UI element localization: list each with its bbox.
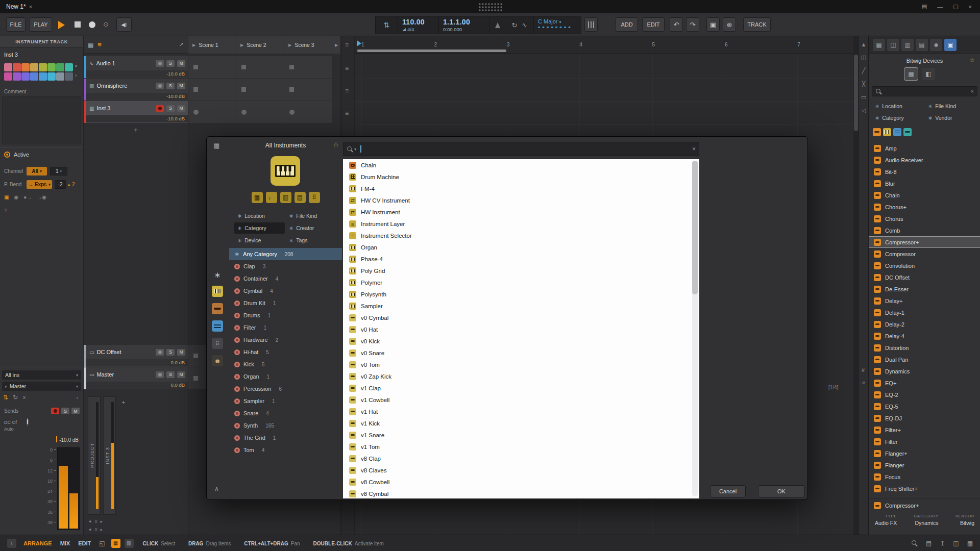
automation-dot-icon[interactable]: ● [89, 519, 91, 524]
device-name[interactable]: Distortion [885, 345, 909, 351]
upload-icon[interactable]: ↥ [940, 540, 945, 547]
result-row[interactable]: v0 Snare [343, 347, 699, 359]
color-swatch[interactable] [21, 72, 30, 81]
device-row[interactable]: Flanger [869, 459, 980, 471]
organ-icon[interactable]: ▤ [295, 192, 306, 203]
device-row[interactable]: Chorus [869, 213, 980, 224]
device-name[interactable]: Flanger [885, 462, 904, 468]
result-device-name[interactable]: v0 Hat [361, 327, 378, 333]
result-device-name[interactable]: v8 Clap [361, 456, 381, 462]
scrollbar-thumb[interactable] [854, 55, 858, 131]
search-dropdown-icon[interactable]: ▾ [354, 147, 356, 152]
preset-view-toggle[interactable]: ◧ [922, 68, 935, 80]
device-name[interactable]: Bit-8 [885, 169, 897, 175]
device-name[interactable]: Flanger+ [885, 450, 908, 457]
device-row[interactable]: Audio Receiver [869, 154, 980, 166]
view-tab[interactable]: EDIT [78, 540, 91, 546]
project-channel-strip[interactable]: PROJECT [88, 396, 101, 515]
instrument-category-icon[interactable] [883, 128, 891, 136]
scene-name[interactable]: Scene 2 [247, 42, 266, 48]
category-row[interactable]: ∗ Drum Kit 1 [229, 297, 342, 309]
key-section[interactable]: C Major ▾ [534, 16, 581, 34]
arranger-scrollbar[interactable] [853, 36, 859, 535]
result-device-name[interactable]: Instrument Selector [361, 233, 412, 239]
song-position[interactable]: 1.1.1.00 [443, 18, 485, 26]
browser-user-tab[interactable]: ☻ [930, 39, 942, 51]
device-name[interactable]: Blur [885, 181, 895, 187]
device-row[interactable]: Amp [869, 142, 980, 154]
category-row[interactable]: ∗ Any Category 208 [229, 248, 342, 260]
performance-meter-button[interactable] [584, 17, 598, 32]
collapse-left-icon[interactable]: ‹ [77, 395, 78, 400]
result-device-name[interactable]: v8 Cymbal [361, 491, 388, 497]
result-device-name[interactable]: v0 Kick [361, 338, 380, 344]
track-name[interactable]: DC Offset [96, 349, 153, 355]
result-device-name[interactable]: Instrument Layer [361, 221, 405, 227]
track-row[interactable]: ▥ Omnisphere S M -10.0 dB [84, 79, 188, 101]
tap-tempo-button[interactable]: ⇅ [376, 16, 398, 34]
audio-engine-button[interactable]: ◀) [116, 17, 132, 32]
category-row[interactable]: ∗ Hardware 2 [229, 334, 342, 346]
device-row[interactable]: Dynamics [869, 365, 980, 377]
result-device-name[interactable]: HW Instrument [361, 209, 400, 215]
result-device-name[interactable]: v1 Snare [361, 432, 384, 438]
color-swatch[interactable] [65, 63, 73, 71]
result-device-name[interactable]: v0 Zap Kick [361, 373, 391, 380]
pitchbend-min[interactable]: -2 [55, 180, 66, 189]
clip-slot[interactable] [284, 56, 332, 78]
browser-modules-tab[interactable]: ▤ [916, 39, 928, 51]
device-row[interactable]: Delay+ [869, 295, 980, 307]
device-name[interactable]: Amp [885, 145, 897, 152]
channel-all-select[interactable]: All▾ [27, 167, 47, 176]
stop-button[interactable] [75, 21, 81, 28]
device-name[interactable]: Comb [885, 228, 900, 234]
category-name[interactable]: Drum Kit [243, 300, 265, 306]
pads-icon[interactable]: ⠿ [309, 192, 320, 203]
key-value[interactable]: C Major [538, 18, 558, 24]
color-swatch[interactable] [21, 63, 30, 71]
clip-slot[interactable] [236, 56, 284, 78]
scene-play-icon[interactable]: ▶ [288, 43, 291, 47]
mute-button[interactable]: M [177, 349, 185, 356]
track-name[interactable]: Omnisphere [96, 83, 153, 89]
device-name[interactable]: De-Esser [885, 286, 909, 292]
metronome-toggle[interactable] [490, 16, 505, 34]
device-row[interactable]: Chain [869, 189, 980, 201]
device-row[interactable]: EQ-DJ [869, 412, 980, 424]
filter-toggle[interactable]: ∗Category [872, 112, 924, 123]
container-category-icon[interactable] [903, 128, 912, 136]
category-name[interactable]: Organ [243, 373, 259, 380]
send-record-button[interactable] [51, 408, 59, 414]
redo-button[interactable]: ↷ [686, 17, 699, 32]
category-row[interactable]: ∗ Clap 3 [229, 260, 342, 272]
cancel-button[interactable]: Cancel [710, 485, 746, 497]
device-name[interactable]: EQ+ [885, 380, 896, 386]
category-row[interactable]: ∗ Container 4 [229, 272, 342, 285]
device-row[interactable]: EQ-2 [869, 389, 980, 400]
solo-button[interactable]: S [166, 105, 175, 112]
device-row[interactable]: EQ+ [869, 377, 980, 389]
category-row[interactable]: ∗ Tom 4 [229, 444, 342, 456]
effect-track-row[interactable]: ▭ Master S M 0.0 dB [84, 367, 188, 389]
category-name[interactable]: Synth [243, 422, 258, 429]
loop-icon[interactable]: ↻ [512, 21, 518, 29]
result-row[interactable]: Instrument Selector [343, 230, 699, 241]
clip-slot[interactable] [236, 79, 284, 101]
device-name[interactable]: Compressor [885, 251, 916, 257]
remove-icon[interactable]: × [22, 394, 26, 400]
send-mute-button[interactable]: M [71, 408, 80, 414]
view-tab[interactable]: ARRANGE [23, 540, 52, 546]
comment-field[interactable] [2, 96, 81, 144]
device-name[interactable]: EQ-DJ [885, 415, 902, 421]
result-row[interactable]: v0 Hat [343, 323, 699, 335]
result-device-name[interactable]: Polymer [361, 280, 382, 286]
color-swatch[interactable] [47, 72, 56, 81]
result-row[interactable]: v1 Hat [343, 406, 699, 417]
clip-slot[interactable] [188, 101, 236, 123]
device-row[interactable]: Bit-8 [869, 166, 980, 178]
browser-files-tab[interactable]: ▥ [901, 39, 914, 51]
category-name[interactable]: Cymbal [243, 288, 262, 294]
result-device-name[interactable]: v1 Cowbell [361, 397, 389, 403]
category-name[interactable]: Sampler [243, 398, 264, 404]
scene-header[interactable]: ▶ Scene 3 [284, 36, 332, 54]
